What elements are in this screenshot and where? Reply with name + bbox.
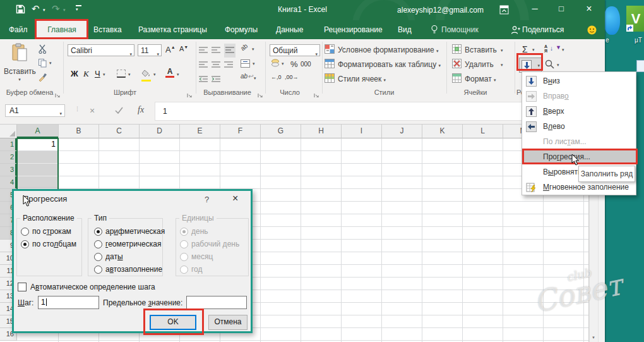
radio-by-columns[interactable]: по столбцам bbox=[21, 240, 76, 248]
decrease-indent-icon[interactable] bbox=[199, 74, 208, 85]
autosum-dropdown-icon[interactable]: ▾ bbox=[532, 47, 535, 52]
radio-day[interactable]: день bbox=[180, 227, 208, 236]
scroll-down-icon[interactable]: ▼ bbox=[592, 336, 595, 339]
merge-center-icon[interactable] bbox=[241, 59, 250, 70]
ribbon-display-options-icon[interactable] bbox=[499, 5, 509, 17]
menu-item-left[interactable]: Влево bbox=[522, 119, 636, 134]
radio-geometric[interactable]: геометрическая bbox=[94, 240, 161, 248]
increase-decimal-icon[interactable]: ←,0 bbox=[271, 74, 282, 80]
menu-item-right[interactable]: Вправо bbox=[522, 89, 636, 104]
smiley-icon[interactable] bbox=[587, 25, 597, 37]
radio-weekday[interactable]: рабочий день bbox=[180, 240, 239, 248]
copy-dropdown-icon[interactable]: ▾ bbox=[49, 61, 52, 66]
column-header[interactable]: C bbox=[99, 125, 140, 138]
comma-style-icon[interactable]: 000 bbox=[301, 61, 311, 68]
insert-function-icon[interactable]: fx bbox=[138, 105, 144, 115]
delete-dropdown-icon[interactable]: ▾ bbox=[501, 63, 503, 68]
italic-button[interactable]: К bbox=[83, 69, 89, 79]
column-header[interactable]: F bbox=[220, 125, 261, 138]
orientation-dropdown-icon[interactable]: ▾ bbox=[252, 47, 254, 52]
enter-formula-icon[interactable] bbox=[115, 106, 123, 117]
row-header[interactable]: 3 bbox=[0, 164, 17, 176]
cell-a1[interactable]: 1 bbox=[18, 140, 56, 150]
sort-filter-icon[interactable]: АЯ bbox=[544, 44, 547, 53]
limit-input[interactable] bbox=[186, 296, 247, 309]
column-header[interactable]: I bbox=[342, 125, 382, 138]
align-bottom-icon[interactable] bbox=[224, 44, 236, 58]
align-right-icon[interactable] bbox=[224, 59, 233, 71]
dialog-close-icon[interactable]: × bbox=[232, 193, 238, 204]
column-header[interactable]: L bbox=[463, 125, 503, 138]
account-email[interactable]: alexeyship12@gmail.com bbox=[397, 6, 484, 15]
find-dropdown-icon[interactable]: ▾ bbox=[557, 63, 559, 68]
column-header[interactable]: K bbox=[422, 125, 463, 138]
increase-indent-icon[interactable] bbox=[212, 74, 220, 85]
increase-font-icon[interactable]: А▲ bbox=[165, 45, 176, 54]
tab-data[interactable]: Данные bbox=[276, 25, 303, 34]
sort-dropdown-icon[interactable]: ▾ bbox=[562, 47, 564, 52]
format-painter-icon[interactable] bbox=[38, 72, 47, 84]
radio-year[interactable]: год bbox=[180, 265, 203, 274]
paste-button[interactable]: Вставить ▾ bbox=[4, 43, 35, 89]
font-dialog-launcher-icon[interactable] bbox=[187, 90, 193, 95]
row-header[interactable]: 1 bbox=[0, 138, 17, 151]
tab-insert[interactable]: Вставка bbox=[93, 25, 122, 34]
maximize-button[interactable]: □ bbox=[551, 0, 572, 19]
desktop-icon-partial[interactable] bbox=[636, 60, 644, 72]
row-header[interactable]: 4 bbox=[0, 176, 17, 189]
column-header[interactable]: B bbox=[59, 125, 99, 138]
radio-by-rows[interactable]: по строкам bbox=[21, 227, 71, 236]
radio-dates[interactable]: даты bbox=[94, 252, 123, 261]
tab-file[interactable]: Файл bbox=[9, 25, 28, 34]
align-center-icon[interactable] bbox=[212, 59, 220, 71]
format-as-table-button[interactable]: Форматировать как таблицу ▾ bbox=[338, 60, 441, 69]
font-color-dropdown-icon[interactable]: ▾ bbox=[177, 72, 179, 77]
copy-icon[interactable] bbox=[38, 58, 47, 70]
close-button[interactable]: × bbox=[578, 0, 600, 19]
align-top-icon[interactable] bbox=[199, 45, 208, 56]
orientation-icon[interactable]: ab bbox=[239, 42, 249, 52]
column-header[interactable]: J bbox=[382, 125, 422, 138]
underline-button[interactable]: Ч bbox=[95, 69, 100, 78]
alignment-dialog-launcher-icon[interactable] bbox=[258, 90, 263, 95]
cancel-button[interactable]: Отмена bbox=[208, 315, 247, 330]
column-header[interactable]: A bbox=[17, 125, 59, 138]
decrease-font-icon[interactable]: А▼ bbox=[179, 45, 188, 52]
insert-dropdown-icon[interactable]: ▾ bbox=[501, 48, 503, 53]
conditional-formatting-button[interactable]: Условное форматирование ▾ bbox=[338, 46, 439, 54]
tab-review[interactable]: Рецензирование bbox=[324, 25, 383, 34]
bold-button[interactable]: Ж bbox=[71, 69, 78, 78]
radio-arithmetic[interactable]: арифметическая bbox=[94, 227, 165, 236]
menu-item-up[interactable]: Вверх bbox=[522, 104, 636, 119]
radio-autofill[interactable]: автозаполнение bbox=[94, 265, 162, 274]
column-header[interactable]: G bbox=[261, 125, 301, 138]
font-name-combo[interactable]: Calibri▾ bbox=[68, 44, 134, 56]
borders-icon[interactable] bbox=[117, 70, 126, 78]
menu-item-across-sheets[interactable]: По листам... bbox=[522, 134, 636, 149]
merge-dropdown-icon[interactable]: ▾ bbox=[253, 61, 255, 66]
step-input[interactable]: 1 bbox=[38, 296, 99, 309]
name-box[interactable]: A1▾ bbox=[5, 104, 65, 117]
select-all-corner[interactable] bbox=[0, 125, 17, 138]
accounting-format-icon[interactable] bbox=[271, 59, 280, 70]
number-dialog-launcher-icon[interactable] bbox=[314, 90, 319, 95]
dialog-help-button[interactable]: ? bbox=[205, 195, 209, 204]
insert-cells-button[interactable]: Вставить bbox=[465, 46, 497, 54]
align-middle-icon[interactable] bbox=[212, 45, 220, 56]
borders-dropdown-icon[interactable]: ▾ bbox=[128, 72, 131, 77]
wrap-text-icon[interactable]: ab↩ bbox=[241, 73, 253, 80]
desktop-icon-blue[interactable] bbox=[604, 6, 620, 35]
underline-dropdown-icon[interactable]: ▾ bbox=[103, 72, 105, 77]
minimize-button[interactable]: ─ bbox=[524, 0, 546, 19]
font-size-combo[interactable]: 11▾ bbox=[138, 44, 162, 56]
column-header[interactable]: D bbox=[140, 125, 180, 138]
cut-icon[interactable] bbox=[38, 44, 47, 56]
namebox-splitter[interactable]: ⋮ bbox=[75, 106, 81, 112]
tab-assistant[interactable]: Помощник bbox=[441, 25, 479, 34]
fill-color-dropdown-icon[interactable]: ▾ bbox=[153, 72, 156, 77]
delete-cells-button[interactable]: Удалить bbox=[465, 60, 494, 69]
tab-share[interactable]: Поделиться bbox=[522, 25, 564, 34]
menu-item-down[interactable]: Вниз bbox=[522, 73, 636, 89]
tab-page-layout[interactable]: Разметка страницы bbox=[138, 25, 207, 34]
clipboard-dialog-launcher-icon[interactable] bbox=[55, 90, 61, 95]
